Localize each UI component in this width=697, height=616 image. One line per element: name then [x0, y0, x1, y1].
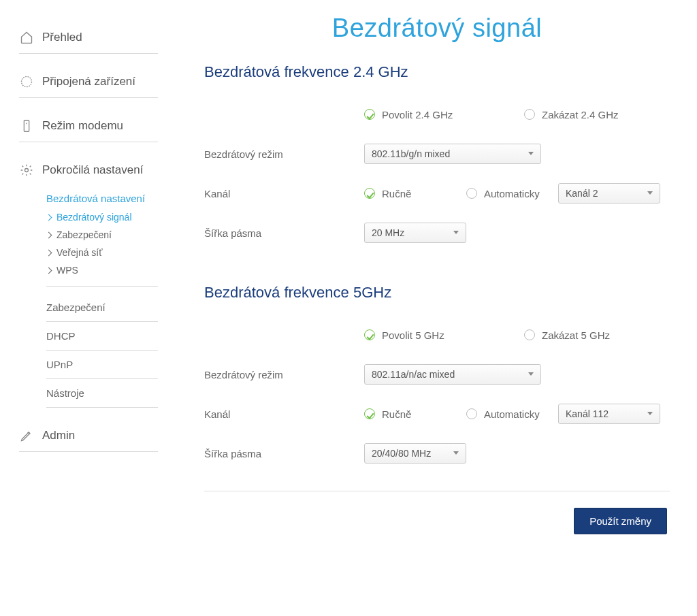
row-5-mode: Bezdrátový režim 802.11a/n/ac mixed — [204, 364, 670, 385]
caret-down-icon — [453, 451, 459, 455]
caret-down-icon — [647, 412, 653, 415]
subnav-plain-tools[interactable]: Nástroje — [46, 379, 158, 408]
select-24-bandwidth[interactable]: 20 MHz — [364, 223, 466, 243]
svg-point-3 — [25, 169, 29, 172]
pencil-icon — [19, 428, 34, 443]
select-24-channel[interactable]: Kanál 2 — [558, 183, 660, 204]
chevron-right-icon — [46, 249, 52, 256]
nav-modem-mode[interactable]: Režim modemu — [19, 110, 158, 142]
select-24-mode[interactable]: 802.11b/g/n mixed — [364, 144, 541, 164]
caret-down-icon — [528, 372, 534, 376]
radio-24-disable[interactable] — [524, 109, 535, 120]
chevron-right-icon — [46, 214, 52, 221]
row-24-bandwidth: Šířka pásma 20 MHz — [204, 223, 670, 243]
select-5-bandwidth[interactable]: 20/40/80 MHz — [364, 443, 466, 464]
radio-5-enable[interactable] — [364, 329, 375, 340]
radio-24-enable-label[interactable]: Povolit 2.4 GHz — [382, 109, 453, 120]
label-5-bandwidth: Šířka pásma — [204, 448, 364, 459]
subnav-item-public-net[interactable]: Veřejná síť — [46, 244, 158, 261]
home-icon — [19, 30, 34, 45]
subnav-item-label: WPS — [56, 265, 78, 276]
select-5-channel[interactable]: Kanál 112 — [558, 404, 660, 424]
radio-5-manual-label[interactable]: Ručně — [382, 408, 411, 420]
radio-24-auto-label[interactable]: Automaticky — [484, 188, 540, 199]
subnav-item-wps[interactable]: WPS — [46, 261, 158, 279]
caret-down-icon — [647, 191, 653, 195]
radio-5-manual[interactable] — [364, 408, 375, 419]
radio-5-auto[interactable] — [466, 408, 477, 419]
subnav-plain-upnp[interactable]: UPnP — [46, 351, 158, 379]
chevron-right-icon — [46, 267, 52, 274]
row-5-channel: Kanál Ručně Automaticky Kanál 112 — [204, 404, 670, 424]
section-5ghz-title: Bezdrátová frekvence 5GHz — [204, 284, 670, 302]
content: Bezdrátový signál Bezdrátová frekvence 2… — [177, 0, 697, 616]
row-5-bandwidth: Šířka pásma 20/40/80 MHz — [204, 443, 670, 464]
apply-button[interactable]: Použít změny — [574, 508, 667, 534]
select-24-mode-value: 802.11b/g/n mixed — [372, 148, 450, 159]
radio-24-manual-label[interactable]: Ručně — [382, 188, 411, 199]
row-24-channel: Kanál Ručně Automaticky Kanál 2 — [204, 183, 670, 204]
radio-24-manual[interactable] — [364, 188, 375, 199]
section-24ghz: Bezdrátová frekvence 2.4 GHz Povolit 2.4… — [204, 63, 670, 243]
nav-overview[interactable]: Přehled — [19, 22, 158, 54]
row-24-mode: Bezdrátový režim 802.11b/g/n mixed — [204, 144, 670, 164]
label-24-channel: Kanál — [204, 188, 364, 199]
svg-point-0 — [22, 77, 32, 87]
row-24-enable: Povolit 2.4 GHz Zakázat 2.4 GHz — [204, 104, 670, 125]
radio-5-disable[interactable] — [524, 329, 535, 340]
row-5-enable: Povolit 5 GHz Zakázat 5 GHz — [204, 325, 670, 345]
subnav-plain-dhcp[interactable]: DHCP — [46, 322, 158, 351]
label-5-channel: Kanál — [204, 408, 364, 420]
radio-24-enable[interactable] — [364, 109, 375, 120]
nav-admin[interactable]: Admin — [19, 420, 158, 452]
label-24-bandwidth: Šířka pásma — [204, 227, 364, 239]
radio-24-auto[interactable] — [466, 188, 477, 199]
subnav-item-label: Zabezpečení — [56, 229, 112, 240]
page-title: Bezdrátový signál — [204, 14, 670, 43]
chevron-right-icon — [46, 231, 52, 238]
caret-down-icon — [528, 152, 534, 155]
radio-5-auto-label[interactable]: Automaticky — [484, 408, 540, 420]
nav-modem-mode-label: Režim modemu — [42, 119, 123, 133]
select-5-channel-value: Kanál 112 — [566, 408, 609, 419]
actions-bar: Použít změny — [204, 508, 670, 534]
label-24-mode: Bezdrátový režim — [204, 148, 364, 160]
section-24ghz-title: Bezdrátová frekvence 2.4 GHz — [204, 63, 670, 81]
select-5-mode-value: 802.11a/n/ac mixed — [372, 369, 455, 380]
radio-24-disable-label[interactable]: Zakázat 2.4 GHz — [542, 109, 619, 120]
nav-advanced-label: Pokročilá nastavení — [42, 163, 143, 177]
divider — [204, 491, 670, 491]
section-5ghz: Bezdrátová frekvence 5GHz Povolit 5 GHz … — [204, 284, 670, 464]
nav-overview-label: Přehled — [42, 31, 82, 44]
radio-5-disable-label[interactable]: Zakázat 5 GHz — [542, 329, 610, 341]
svg-rect-1 — [24, 120, 29, 132]
gear-icon — [19, 163, 34, 178]
select-5-mode[interactable]: 802.11a/n/ac mixed — [364, 364, 541, 385]
modem-icon — [19, 118, 34, 133]
nav-admin-label: Admin — [42, 429, 75, 442]
subnav-wireless-header[interactable]: Bezdrátová nastavení — [46, 186, 158, 208]
caret-down-icon — [453, 231, 459, 234]
radio-5-enable-label[interactable]: Povolit 5 GHz — [382, 329, 444, 341]
subnav-wireless: Bezdrátová nastavení Bezdrátový signál Z… — [19, 186, 158, 408]
nav-devices[interactable]: Připojená zařízení — [19, 66, 158, 98]
nav-devices-label: Připojená zařízení — [42, 75, 135, 88]
select-24-channel-value: Kanál 2 — [566, 188, 598, 199]
select-5-bandwidth-value: 20/40/80 MHz — [372, 448, 431, 459]
select-24-bandwidth-value: 20 MHz — [372, 227, 404, 238]
subnav-item-signal[interactable]: Bezdrátový signál — [46, 208, 158, 226]
label-5-mode: Bezdrátový režim — [204, 369, 364, 380]
subnav-item-label: Bezdrátový signál — [56, 212, 132, 223]
sidebar: Přehled Připojená zařízení Režim modemu … — [0, 0, 177, 616]
subnav-item-security[interactable]: Zabezpečení — [46, 226, 158, 244]
nav-advanced[interactable]: Pokročilá nastavení — [19, 155, 158, 186]
subnav-item-label: Veřejná síť — [56, 247, 103, 258]
subnav-plain-security[interactable]: Zabezpečení — [46, 293, 158, 322]
devices-icon — [19, 74, 34, 89]
